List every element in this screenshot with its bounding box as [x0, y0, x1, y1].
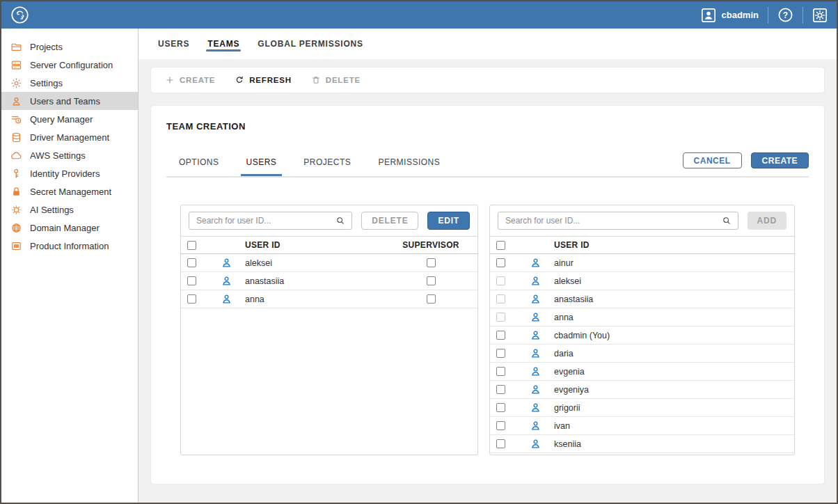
row-checkbox[interactable]	[187, 276, 196, 285]
user-id-cell: aleksei	[554, 276, 794, 286]
sidebar-item-domain-manager[interactable]: Domain Manager	[1, 219, 138, 237]
table-row[interactable]: anna	[181, 290, 477, 308]
sidebar-item-server-configuration[interactable]: Server Configuration	[1, 56, 138, 74]
topbar-divider	[768, 7, 768, 24]
members-search-input[interactable]	[196, 216, 335, 226]
sidebar-item-aws-settings[interactable]: AWS Settings	[1, 146, 138, 164]
tab-global-permissions[interactable]: GLOBAL PERMISSIONS	[258, 29, 363, 59]
trash-icon	[311, 75, 321, 85]
tab-teams[interactable]: TEAMS	[207, 29, 239, 59]
cancel-button[interactable]: CANCEL	[683, 152, 742, 168]
subtab-users[interactable]: USERS	[241, 157, 283, 176]
administration-settings-button[interactable]	[812, 8, 828, 23]
supervisor-checkbox[interactable]	[427, 276, 436, 285]
sidebar-item-ai-settings[interactable]: AI Settings	[1, 200, 138, 219]
sidebar-item-product-information[interactable]: Product Information	[1, 237, 138, 255]
select-all-checkbox[interactable]	[496, 241, 505, 250]
table-row[interactable]: anastasiia	[490, 290, 794, 308]
sidebar-item-users-and-teams[interactable]: Users and Teams	[1, 92, 138, 110]
user-icon	[221, 275, 232, 287]
row-checkbox[interactable]	[496, 385, 505, 394]
search-icon	[722, 216, 732, 226]
user-id-cell: evgenia	[554, 367, 794, 377]
table-row[interactable]: evgenia	[490, 363, 794, 381]
available-users-panel: ADD USER ID	[489, 205, 795, 455]
user-id-cell: anastasiia	[554, 294, 794, 304]
table-row[interactable]: aleksei	[181, 254, 477, 272]
subtab-projects[interactable]: PROJECTS	[298, 157, 356, 176]
row-checkbox[interactable]	[496, 294, 505, 304]
sidebar-item-query-manager[interactable]: Query Manager	[1, 110, 138, 128]
sidebar-item-label: Projects	[30, 42, 63, 52]
row-checkbox[interactable]	[496, 258, 505, 267]
globe-icon	[10, 222, 22, 234]
table-row[interactable]: ainur	[490, 254, 794, 272]
row-checkbox[interactable]	[187, 294, 196, 304]
user-menu[interactable]: cbadmin	[701, 8, 759, 23]
sidebar-item-projects[interactable]: Projects	[1, 38, 138, 56]
team-members-panel: DELETE EDIT USER ID SUPERVISOR	[180, 205, 478, 455]
sidebar-item-secret-management[interactable]: Secret Management	[1, 182, 138, 200]
select-all-checkbox[interactable]	[187, 241, 196, 250]
svg-text:?: ?	[783, 10, 788, 20]
user-icon	[530, 257, 541, 269]
sidebar-item-label: Server Configuration	[30, 60, 113, 70]
add-user-button[interactable]: ADD	[748, 212, 786, 230]
search-icon	[335, 216, 345, 226]
row-checkbox[interactable]	[496, 349, 505, 358]
table-header: USER ID SUPERVISOR	[181, 236, 477, 254]
sidebar-item-identity-providers[interactable]: Identity Providers	[1, 164, 138, 182]
row-checkbox[interactable]	[496, 276, 505, 285]
supervisor-column-header: SUPERVISOR	[393, 240, 469, 250]
table-row[interactable]: anna	[490, 308, 794, 326]
user-icon	[530, 275, 541, 287]
delete-team-button[interactable]: DELETE	[311, 75, 361, 85]
table-row[interactable]: aleksei	[490, 272, 794, 290]
table-row[interactable]: grigorii	[490, 399, 794, 417]
user-id-cell: anna	[554, 313, 794, 322]
admin-tabs: USERS TEAMS GLOBAL PERMISSIONS	[139, 29, 837, 59]
row-checkbox[interactable]	[496, 421, 505, 430]
sidebar-item-label: Secret Management	[30, 187, 111, 197]
subtab-permissions[interactable]: PERMISSIONS	[372, 157, 445, 176]
subtab-options[interactable]: OPTIONS	[173, 157, 225, 176]
row-checkbox[interactable]	[496, 331, 505, 340]
username-label: cbadmin	[722, 10, 759, 20]
row-checkbox[interactable]	[496, 439, 505, 448]
table-row[interactable]: kseniia	[490, 435, 794, 453]
tab-users[interactable]: USERS	[158, 29, 189, 59]
supervisor-checkbox[interactable]	[427, 294, 436, 304]
admin-sidebar: Projects Server Configuration Settings U…	[1, 29, 139, 503]
create-button[interactable]: CREATE	[751, 152, 809, 168]
row-checkbox[interactable]	[187, 258, 196, 267]
table-row[interactable]: anastasiia	[181, 272, 477, 290]
user-icon	[530, 420, 541, 432]
table-row[interactable]: evgeniya	[490, 381, 794, 399]
refresh-button[interactable]: REFRESH	[235, 75, 292, 85]
user-icon	[530, 311, 541, 323]
supervisor-checkbox[interactable]	[427, 258, 436, 267]
sidebar-item-driver-management[interactable]: Driver Management	[1, 128, 138, 146]
sidebar-item-settings[interactable]: Settings	[1, 74, 138, 92]
teams-toolbar: CREATE REFRESH DELETE	[151, 68, 824, 93]
edit-user-button[interactable]: EDIT	[427, 212, 470, 230]
gear-icon	[10, 77, 22, 89]
row-checkbox[interactable]	[496, 367, 505, 376]
help-button[interactable]: ?	[777, 7, 793, 23]
sidebar-item-label: Driver Management	[30, 132, 109, 143]
user-id-cell: evgeniya	[554, 385, 794, 395]
create-team-button[interactable]: CREATE	[165, 75, 215, 85]
admin-main: USERS TEAMS GLOBAL PERMISSIONS CREATE RE…	[139, 29, 837, 503]
sidebar-item-label: Query Manager	[30, 114, 93, 125]
app-window: cbadmin ? Projects Server Configuration	[0, 0, 838, 504]
available-search-input[interactable]	[505, 216, 722, 226]
row-checkbox[interactable]	[496, 313, 505, 322]
lock-icon	[10, 186, 22, 198]
table-row[interactable]: ivan	[490, 417, 794, 435]
table-row[interactable]: cbadmin (You)	[490, 326, 794, 345]
sidebar-item-label: Product Information	[30, 241, 109, 251]
row-checkbox[interactable]	[496, 403, 505, 412]
team-members-table: USER ID SUPERVISOR alek	[181, 236, 477, 455]
table-row[interactable]: daria	[490, 345, 794, 363]
delete-user-button[interactable]: DELETE	[361, 212, 418, 230]
